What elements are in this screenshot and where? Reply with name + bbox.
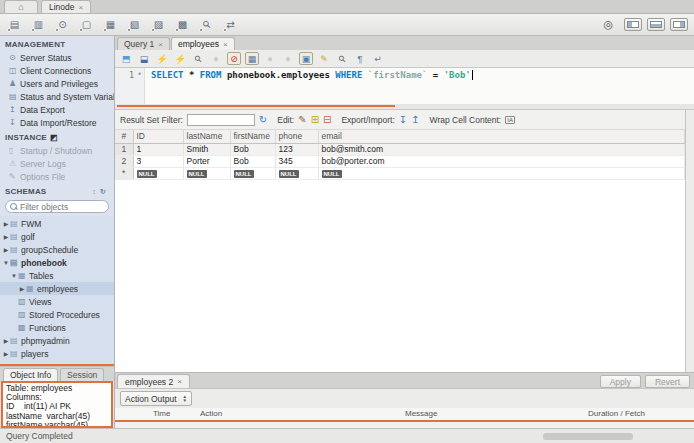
result-tab-employees-2[interactable]: employees 2 × <box>117 374 190 388</box>
create-schema-icon[interactable]: ▢ <box>78 17 95 33</box>
horizontal-scrollbar-thumb[interactable] <box>543 433 633 440</box>
home-tab[interactable]: ⌂ <box>4 0 38 13</box>
table-row[interactable]: 23PorterBob345bob@porter.com <box>115 155 685 167</box>
tree-item-views[interactable]: ▧Views <box>0 295 114 308</box>
sidebar-item-server-status[interactable]: ⊙Server Status <box>0 51 114 64</box>
grid-cell[interactable]: NULL <box>183 167 230 179</box>
import-records-icon[interactable]: ↥ <box>411 114 419 125</box>
grid-cell[interactable]: 3 <box>133 155 183 167</box>
column-header-lastname[interactable]: lastName <box>183 130 230 143</box>
edit-cell-icon[interactable]: ✎ <box>298 114 306 125</box>
column-header-email[interactable]: email <box>318 130 685 143</box>
tree-item-tables[interactable]: ▼▦Tables <box>0 269 114 282</box>
sidebar-item-options-file[interactable]: ✎Options File <box>0 170 114 183</box>
preferences-wheel-icon[interactable]: ◎ <box>603 18 613 31</box>
tree-item-players[interactable]: ▶▤players <box>0 347 114 360</box>
stop-icon[interactable]: ● <box>209 52 223 65</box>
sidebar-item-data-export[interactable]: ↥Data Export <box>0 103 114 116</box>
beautify-icon[interactable]: ✎ <box>317 52 331 65</box>
grid-cell[interactable]: NULL <box>230 167 275 179</box>
output-type-select[interactable]: Action Output ▲▼ <box>120 391 192 406</box>
tree-item-employees[interactable]: ▶▦employees <box>0 282 114 295</box>
collapsed-side-panel-strip[interactable] <box>685 110 694 372</box>
grid-cell[interactable]: Bob <box>230 155 275 167</box>
execute-icon[interactable]: ⚡ <box>155 52 169 65</box>
create-function-icon[interactable]: ▩ <box>174 17 191 33</box>
sql-editor[interactable]: 1 • SELECT * FROM phonebook.employees WH… <box>115 67 694 104</box>
chevron-collapsed-icon[interactable]: ▶ <box>2 246 10 253</box>
table-row[interactable]: 11SmithBob123bob@smith.com <box>115 143 685 155</box>
sidebar-item-client-connections[interactable]: ◫Client Connections <box>0 64 114 77</box>
tree-item-stored-procedures[interactable]: ▨Stored Procedures <box>0 308 114 321</box>
wrap-text-icon[interactable]: ↵ <box>371 52 385 65</box>
grid-cell[interactable]: Bob <box>230 143 275 155</box>
add-row-icon[interactable]: ⊞ <box>311 114 319 125</box>
open-script-icon[interactable]: ⬒ <box>119 52 133 65</box>
toggle-bottom-panel-button[interactable] <box>647 18 665 31</box>
sidebar-item-users-and-privileges[interactable]: ♟Users and Privileges <box>0 77 114 90</box>
open-sql-script-icon[interactable]: ▥ <box>30 17 47 33</box>
explain-icon[interactable]: ⚲ <box>191 52 205 65</box>
grid-cell[interactable]: 345 <box>275 155 318 167</box>
rollback-icon[interactable]: ● <box>281 52 295 65</box>
close-icon[interactable]: × <box>223 40 228 49</box>
execute-current-icon[interactable]: ⚡ <box>173 52 187 65</box>
create-view-icon[interactable]: ▧ <box>126 17 143 33</box>
chevron-collapsed-icon[interactable]: ▶ <box>2 220 10 227</box>
reconnect-icon[interactable]: ⇄ <box>222 17 239 33</box>
create-procedure-icon[interactable]: ▨ <box>150 17 167 33</box>
editor-tab-employees[interactable]: employees× <box>171 37 235 50</box>
schema-filter-box[interactable] <box>5 200 109 213</box>
tree-item-golf[interactable]: ▶▤golf <box>0 230 114 243</box>
result-grid[interactable]: #IDlastNamefirstNamephoneemail 11SmithBo… <box>115 130 685 180</box>
search-data-icon[interactable]: ⚲ <box>198 17 215 33</box>
grid-cell[interactable]: NULL <box>318 167 685 179</box>
schemas-expand-icon[interactable]: ↕ <box>92 188 96 195</box>
tree-item-functions[interactable]: ▩Functions <box>0 321 114 334</box>
grid-cell[interactable]: bob@porter.com <box>318 155 685 167</box>
sidebar-item-startup-shutdown[interactable]: ▯Startup / Shutdown <box>0 144 114 157</box>
export-recordset-icon[interactable]: ↧ <box>399 114 407 125</box>
apply-button[interactable]: Apply <box>600 375 641 388</box>
revert-button[interactable]: Revert <box>645 375 690 388</box>
object-info-tab-object-info[interactable]: Object Info <box>3 368 58 381</box>
tree-item-fwm[interactable]: ▶▤FWM <box>0 217 114 230</box>
chevron-expanded-icon[interactable]: ▼ <box>2 260 10 266</box>
schemas-refresh-icon[interactable]: ↻ <box>100 188 106 196</box>
chevron-collapsed-icon[interactable]: ▶ <box>2 337 10 344</box>
autocommit-icon[interactable]: ▣ <box>299 52 313 65</box>
sidebar-item-status-and-system-variables[interactable]: ▤Status and System Variables <box>0 90 114 103</box>
commit-icon[interactable]: ● <box>263 52 277 65</box>
column-header-phone[interactable]: phone <box>275 130 318 143</box>
column-header-rownum[interactable]: # <box>115 130 133 143</box>
grid-cell[interactable]: Porter <box>183 155 230 167</box>
grid-cell[interactable]: bob@smith.com <box>318 143 685 155</box>
grid-cell[interactable]: 1 <box>133 143 183 155</box>
grid-cell[interactable]: 123 <box>275 143 318 155</box>
limit-rows-icon[interactable]: ▦ <box>245 52 259 65</box>
save-script-icon[interactable]: ⬓ <box>137 52 151 65</box>
sql-code-line[interactable]: SELECT * FROM phonebook.employees WHERE … <box>145 68 473 104</box>
row-number-cell[interactable]: 1 <box>115 143 133 155</box>
grid-cell[interactable]: Smith <box>183 143 230 155</box>
row-number-cell[interactable]: 2 <box>115 155 133 167</box>
close-icon[interactable]: × <box>177 377 182 386</box>
result-filter-input[interactable] <box>187 114 255 126</box>
object-info-tab-session[interactable]: Session <box>60 368 104 381</box>
refresh-icon[interactable]: ↻ <box>259 114 267 125</box>
invisible-chars-icon[interactable]: ¶ <box>353 52 367 65</box>
column-header-firstname[interactable]: firstName <box>230 130 275 143</box>
toggle-left-panel-button[interactable] <box>624 18 642 31</box>
create-table-icon[interactable]: ▦ <box>102 17 119 33</box>
schema-filter-input[interactable] <box>20 202 104 212</box>
tree-item-groupschedule[interactable]: ▶▤groupSchedule <box>0 243 114 256</box>
toggle-right-panel-button[interactable] <box>670 18 688 31</box>
result-grid-empty-area[interactable] <box>115 180 685 373</box>
row-number-cell[interactable]: * <box>115 167 133 179</box>
delete-row-icon[interactable]: ⊟ <box>323 114 331 125</box>
close-icon[interactable]: × <box>158 40 163 49</box>
chevron-collapsed-icon[interactable]: ▶ <box>18 285 26 292</box>
wrap-cell-content-icon[interactable]: IA <box>505 116 515 124</box>
inspect-database-icon[interactable]: ⊙ <box>54 17 71 33</box>
grid-cell[interactable]: NULL <box>133 167 183 179</box>
